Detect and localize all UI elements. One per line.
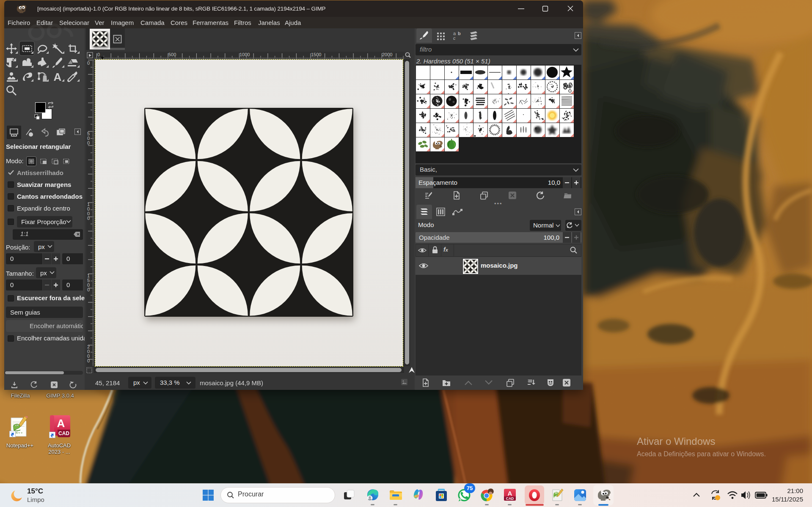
svg-text:0: 0 <box>87 287 90 292</box>
svg-text:N++: N++ <box>15 430 23 435</box>
svg-text:0: 0 <box>87 358 90 363</box>
svg-text:CAD: CAD <box>506 496 514 501</box>
svg-text:A: A <box>57 417 65 430</box>
svg-text:0: 0 <box>87 140 90 145</box>
svg-text:0: 0 <box>87 60 90 66</box>
svg-text:0: 0 <box>97 52 100 57</box>
svg-text:1500: 1500 <box>311 52 321 57</box>
svg-text:c: c <box>453 36 456 41</box>
svg-text:A: A <box>54 71 62 82</box>
svg-text:2000: 2000 <box>382 52 392 57</box>
svg-text:b: b <box>458 31 461 36</box>
svg-text:A: A <box>508 490 512 497</box>
svg-text:CAD: CAD <box>58 430 69 436</box>
svg-text:1000: 1000 <box>239 52 250 57</box>
svg-text:0: 0 <box>87 216 90 221</box>
svg-text:500: 500 <box>168 52 176 57</box>
